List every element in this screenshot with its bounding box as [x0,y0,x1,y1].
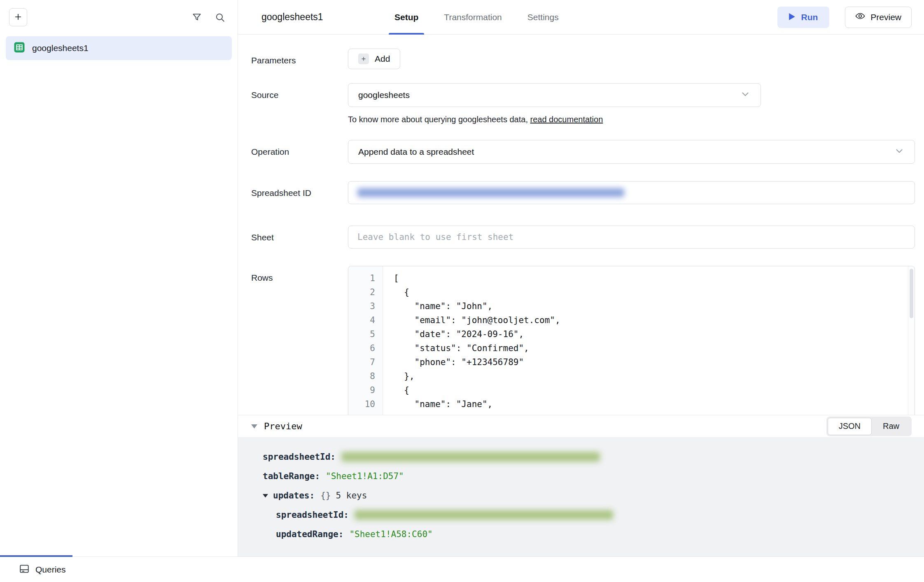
google-sheets-icon [13,41,26,56]
toggle-json[interactable]: JSON [828,418,872,435]
plus-icon [14,12,23,23]
scrollbar-thumb[interactable] [910,269,913,318]
line-number: 6 [348,341,375,355]
preview-row: spreadsheetId: [263,451,924,463]
collapse-caret-icon[interactable] [251,424,257,428]
tab-setup[interactable]: Setup [394,0,418,34]
code-line: "phone": "+123456789" [394,355,915,369]
line-number: 4 [348,313,375,327]
operation-select[interactable]: Append data to a spreadsheet [348,140,915,164]
sheet-input[interactable] [348,226,915,249]
preview-button[interactable]: Preview [845,7,912,28]
parameters-label: Parameters [251,49,348,69]
query-editor-main: googlesheets1 Setup Transformation Setti… [238,0,924,556]
preview-button-label: Preview [870,12,901,22]
preview-panel-header: Preview JSON Raw [238,415,924,437]
preview-row: tableRange: "Sheet1!A1:D57" [263,470,924,482]
code-line: { [394,383,915,397]
code-line: [ [394,271,915,285]
query-title: googlesheets1 [261,12,323,23]
preview-output: spreadsheetId: tableRange: "Sheet1!A1:D5… [238,437,924,556]
tab-transformation-label: Transformation [444,12,502,22]
redacted-spreadsheet-id-value [357,188,624,197]
redacted-value [355,510,613,520]
json-key: spreadsheetId: [276,509,349,521]
tab-setup-label: Setup [394,12,418,22]
source-label: Source [251,83,348,125]
run-button[interactable]: Run [777,7,829,28]
expand-caret-icon[interactable] [263,494,268,498]
query-header: googlesheets1 Setup Transformation Setti… [238,0,924,35]
query-list: googlesheets1 [0,35,238,62]
source-helper-text: To know more about querying googlesheets… [348,114,915,125]
json-string-value: "Sheet1!A1:D57" [326,470,404,482]
spreadsheet-id-input[interactable] [348,181,915,204]
redacted-value [341,452,600,462]
queries-panel-icon [19,563,30,576]
search-icon[interactable] [215,12,225,23]
preview-row: spreadsheetId: [276,509,924,521]
add-query-button[interactable] [9,8,27,26]
code-line: "date": "2024-09-16", [394,327,915,341]
queries-panel-label[interactable]: Queries [35,565,66,575]
preview-format-toggle: JSON Raw [826,417,912,436]
sheet-label: Sheet [251,226,348,249]
chevron-down-icon [740,89,751,102]
header-actions: Run Preview [777,0,912,34]
query-tabs: Setup Transformation Settings [394,0,559,34]
operation-select-value: Append data to a spreadsheet [358,147,474,157]
query-item-label: googlesheets1 [32,43,89,53]
read-documentation-link[interactable]: read documentation [530,115,603,124]
line-number: 9 [348,383,375,397]
filter-icon[interactable] [191,12,202,23]
line-number: 5 [348,327,375,341]
run-button-label: Run [801,12,818,22]
tab-settings[interactable]: Settings [527,0,559,34]
line-number: 8 [348,369,375,383]
play-icon [789,12,795,22]
active-panel-indicator [0,555,72,557]
line-number: 10 [348,397,375,411]
code-line: "name": "Jane", [394,397,915,411]
add-parameter-label: Add [375,54,390,64]
query-sidebar: googlesheets1 [0,0,238,556]
editor-scrollbar[interactable] [908,266,915,415]
code-content[interactable]: [ { "name": "John", "email": "john@toolj… [383,266,915,415]
line-number: 7 [348,355,375,369]
query-setup-form: Parameters Add Source googlesheets [238,35,924,415]
json-key: tableRange: [263,470,320,482]
line-number-gutter: 1 2 3 4 5 6 7 8 9 10 [348,266,383,415]
rows-label: Rows [251,266,348,415]
code-line: "name": "John", [394,299,915,313]
source-select[interactable]: googlesheets [348,83,761,107]
json-key: updatedRange: [276,528,343,540]
eye-icon [855,11,865,23]
line-number: 1 [348,271,375,285]
preview-row-expandable: updates: {} 5 keys [263,490,924,501]
json-key: spreadsheetId: [263,451,336,463]
query-list-item-googlesheets1[interactable]: googlesheets1 [6,36,232,60]
json-key-count: 5 keys [336,490,367,501]
source-select-value: googlesheets [358,90,410,100]
sidebar-toolbar [0,0,238,35]
source-helper-prefix: To know more about querying googlesheets… [348,115,530,124]
json-object-braces: {} [320,490,331,501]
rows-code-editor[interactable]: 1 2 3 4 5 6 7 8 9 10 [ [348,266,915,415]
operation-label: Operation [251,140,348,164]
toggle-raw[interactable]: Raw [872,418,910,435]
preview-row: updatedRange: "Sheet1!A58:C60" [276,528,924,540]
line-number: 3 [348,299,375,313]
code-line: "status": "Confirmed", [394,341,915,355]
json-string-value: "Sheet1!A58:C60" [349,528,432,540]
code-line: { [394,285,915,299]
chevron-down-icon [894,146,905,158]
json-key: updates: [273,490,315,501]
tab-settings-label: Settings [527,12,559,22]
spreadsheet-id-label: Spreadsheet ID [251,181,348,204]
tab-transformation[interactable]: Transformation [444,0,502,34]
preview-panel-title: Preview [264,421,302,431]
code-line: }, [394,369,915,383]
bottom-panel-bar: Queries [0,556,924,582]
add-parameter-button[interactable]: Add [348,49,400,69]
query-editor-window: googlesheets1 googlesheets1 Setup Transf… [0,0,924,582]
